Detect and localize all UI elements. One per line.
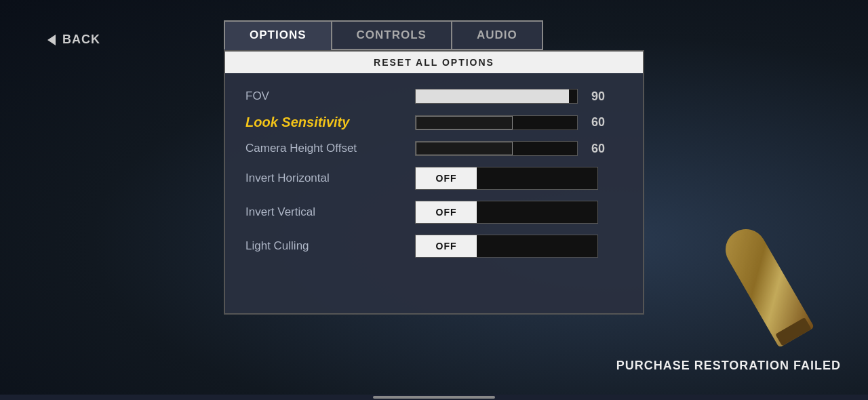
- setting-label-fov: FOV: [245, 89, 401, 103]
- setting-row-fov: FOV 90: [245, 83, 623, 109]
- setting-row-invert-vertical: Invert Vertical OFF: [245, 195, 623, 229]
- tab-controls[interactable]: CONTROLS: [331, 20, 451, 50]
- toggle-on-area-invert-horizontal: [477, 167, 597, 189]
- toggle-track-invert-horizontal[interactable]: OFF: [415, 167, 598, 190]
- setting-row-light-culling: Light Culling OFF: [245, 229, 623, 263]
- setting-label-camera-height-offset: Camera Height Offset: [245, 142, 401, 155]
- main-container: OPTIONS CONTROLS AUDIO RESET ALL OPTIONS…: [224, 20, 644, 315]
- slider-fov[interactable]: 90: [415, 89, 623, 104]
- toggle-invert-vertical[interactable]: OFF: [415, 201, 605, 224]
- tab-options[interactable]: OPTIONS: [224, 20, 331, 50]
- slider-track-fov[interactable]: [415, 89, 578, 104]
- toggle-track-invert-vertical[interactable]: OFF: [415, 201, 598, 224]
- tab-audio[interactable]: AUDIO: [451, 20, 543, 50]
- purchase-failed-message: PURCHASE RESTORATION FAILED: [616, 359, 841, 373]
- setting-row-camera-height-offset: Camera Height Offset 60: [245, 136, 623, 161]
- slider-fill-camera-height-offset: [416, 142, 513, 155]
- bottom-scrollbar[interactable]: [0, 395, 868, 400]
- settings-list: FOV 90 Look Sensitivity 60: [225, 80, 643, 270]
- setting-label-invert-vertical: Invert Vertical: [245, 205, 401, 219]
- setting-label-look-sensitivity: Look Sensitivity: [245, 115, 401, 130]
- options-panel: RESET ALL OPTIONS FOV 90 Look Sensitivit…: [224, 50, 644, 315]
- toggle-invert-horizontal[interactable]: OFF: [415, 167, 605, 190]
- toggle-track-light-culling[interactable]: OFF: [415, 235, 598, 258]
- scrollbar-thumb[interactable]: [373, 396, 495, 399]
- setting-row-invert-horizontal: Invert Horizontal OFF: [245, 161, 623, 195]
- back-button[interactable]: BACK: [47, 33, 100, 47]
- toggle-off-label-invert-horizontal: OFF: [416, 167, 477, 189]
- slider-fill-fov: [416, 89, 569, 103]
- slider-track-look-sensitivity[interactable]: [415, 115, 578, 130]
- reset-all-button[interactable]: RESET ALL OPTIONS: [225, 52, 643, 73]
- toggle-light-culling[interactable]: OFF: [415, 235, 605, 258]
- slider-look-sensitivity[interactable]: 60: [415, 115, 623, 130]
- setting-row-look-sensitivity: Look Sensitivity 60: [245, 109, 623, 136]
- tab-bar: OPTIONS CONTROLS AUDIO: [224, 20, 644, 50]
- toggle-on-area-invert-vertical: [477, 201, 597, 223]
- slider-camera-height-offset[interactable]: 60: [415, 141, 623, 156]
- toggle-on-area-light-culling: [477, 235, 597, 257]
- toggle-off-label-light-culling: OFF: [416, 235, 477, 257]
- back-label: BACK: [62, 33, 100, 47]
- setting-label-light-culling: Light Culling: [245, 239, 401, 253]
- setting-label-invert-horizontal: Invert Horizontal: [245, 172, 401, 185]
- slider-track-camera-height-offset[interactable]: [415, 141, 578, 156]
- slider-value-look-sensitivity: 60: [585, 115, 605, 129]
- slider-value-fov: 90: [585, 89, 605, 104]
- slider-fill-look-sensitivity: [416, 116, 513, 129]
- toggle-off-label-invert-vertical: OFF: [416, 201, 477, 223]
- slider-value-camera-height-offset: 60: [585, 142, 605, 156]
- back-chevron-icon: [47, 35, 56, 45]
